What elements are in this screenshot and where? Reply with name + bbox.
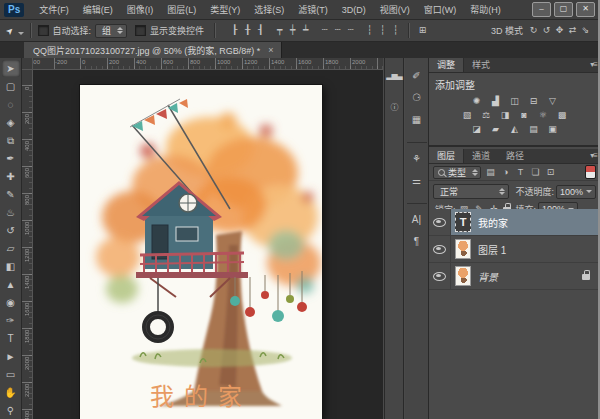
- vibrance-icon[interactable]: ▽: [545, 95, 560, 108]
- gradient-tool[interactable]: ◧: [2, 258, 20, 275]
- brightness-contrast-icon[interactable]: ✺: [469, 95, 484, 108]
- pen-tool[interactable]: ✑: [2, 312, 20, 329]
- crop-tool[interactable]: ⧉: [2, 132, 20, 149]
- layer-name[interactable]: 图层 1: [478, 242, 506, 257]
- layer-visibility-eye-icon[interactable]: [433, 218, 446, 227]
- distribute-vertical-icon[interactable]: ┄: [331, 24, 344, 37]
- horizontal-ruler[interactable]: -400-20002004006008001000120014001600180…: [33, 58, 383, 70]
- distribute-bottom-icon[interactable]: ┄: [344, 24, 357, 37]
- blend-mode-dropdown[interactable]: 正常: [433, 184, 509, 199]
- filter-type-layers-icon[interactable]: T: [514, 166, 527, 179]
- menu-item[interactable]: 3D(D): [335, 5, 373, 15]
- distribute-top-icon[interactable]: ┄: [318, 24, 331, 37]
- brush-tool[interactable]: ✎: [2, 186, 20, 203]
- opacity-value-box[interactable]: 100%: [556, 185, 596, 199]
- document-tab[interactable]: QQ图片20171023100727.jpg @ 50% (我的家, RGB/8…: [24, 42, 282, 58]
- layer-filter-toggle[interactable]: [585, 165, 596, 179]
- lasso-tool[interactable]: ◌: [2, 96, 20, 113]
- layer-name[interactable]: 背景: [478, 269, 498, 284]
- vertical-ruler[interactable]: 0200400600800100012001400160018002000220…: [22, 70, 33, 419]
- channel-mixer-icon[interactable]: ⚛: [536, 109, 551, 122]
- spot-healing-brush-tool[interactable]: ✚: [2, 168, 20, 185]
- gradient-map-icon[interactable]: ▤: [526, 123, 541, 136]
- ruler-origin-corner[interactable]: [22, 58, 33, 70]
- 3d-scale-icon[interactable]: ⇘: [579, 24, 592, 37]
- menu-item[interactable]: 图层(L): [160, 3, 203, 16]
- align-left-icon[interactable]: ┠: [228, 24, 241, 37]
- eyedropper-tool[interactable]: ✒: [2, 150, 20, 167]
- panel-tab[interactable]: 调整: [429, 58, 464, 72]
- layer-name[interactable]: 我的家: [478, 215, 508, 230]
- menu-item[interactable]: 选择(S): [247, 3, 291, 16]
- swatches-panel-icon[interactable]: ▦: [407, 112, 427, 143]
- paragraph-panel-icon[interactable]: ¶: [407, 234, 427, 250]
- black-white-icon[interactable]: ◨: [498, 109, 513, 122]
- panel-tab[interactable]: 路径: [498, 149, 532, 163]
- distribute-right-icon[interactable]: ┆: [389, 24, 402, 37]
- layer-row-body[interactable]: 图层 1: [451, 236, 600, 262]
- tool-preset-dropdown-icon[interactable]: [18, 32, 24, 35]
- dodge-tool[interactable]: ◉: [2, 294, 20, 311]
- quick-selection-tool[interactable]: ◈: [2, 114, 20, 131]
- menu-item[interactable]: 滤镜(T): [291, 3, 335, 16]
- menu-item[interactable]: 类型(Y): [203, 3, 247, 16]
- clone-stamp-tool[interactable]: ♨: [2, 204, 20, 221]
- auto-select-dropdown[interactable]: 组: [95, 24, 127, 38]
- invert-icon[interactable]: ◪: [469, 123, 484, 136]
- distribute-left-icon[interactable]: ┆: [363, 24, 376, 37]
- canvas[interactable]: 我的家: [80, 85, 322, 419]
- eraser-tool[interactable]: ▱: [2, 240, 20, 257]
- rectangular-marquee-tool[interactable]: ▢: [2, 78, 20, 95]
- layer-visibility-eye-icon[interactable]: [433, 245, 446, 254]
- distribute-horizontal-icon[interactable]: ┆: [376, 24, 389, 37]
- align-bottom-icon[interactable]: ┷: [299, 24, 312, 37]
- threshold-icon[interactable]: ◭: [507, 123, 522, 136]
- filter-pixel-layers-icon[interactable]: ▤: [484, 166, 497, 179]
- shape-tool[interactable]: ▭: [2, 366, 20, 383]
- histogram-panel-icon[interactable]: ▂▅▃: [384, 68, 404, 84]
- show-transform-checkbox[interactable]: [135, 25, 146, 36]
- layer-row[interactable]: T 我的家: [429, 209, 600, 236]
- 3d-slide-icon[interactable]: ⇄: [566, 24, 579, 37]
- panel-tab[interactable]: 通道: [464, 149, 498, 163]
- layer-visibility-eye-icon[interactable]: [433, 272, 446, 281]
- menu-item[interactable]: 文件(F): [32, 3, 76, 16]
- color-lookup-icon[interactable]: ▩: [555, 109, 570, 122]
- brush-presets-panel-icon[interactable]: ⚘: [407, 151, 427, 167]
- panel-tab[interactable]: 图层: [429, 149, 464, 163]
- hand-tool[interactable]: ✋: [2, 384, 20, 401]
- 3d-rotate-icon[interactable]: ↻: [527, 24, 540, 37]
- auto-align-icon[interactable]: ⊞: [416, 24, 429, 37]
- auto-select-checkbox[interactable]: [38, 25, 49, 36]
- curves-icon[interactable]: ◫: [507, 95, 522, 108]
- align-top-icon[interactable]: ┯: [273, 24, 286, 37]
- path-selection-tool[interactable]: ►: [2, 348, 20, 365]
- 3d-drag-icon[interactable]: ✥: [553, 24, 566, 37]
- move-tool[interactable]: ➤: [2, 60, 20, 77]
- posterize-icon[interactable]: ▰: [488, 123, 503, 136]
- info-panel-icon[interactable]: ⓘ: [384, 100, 404, 116]
- filter-adjustment-layers-icon[interactable]: ◑: [499, 166, 512, 179]
- panel-menu-icon[interactable]: ▾≡: [590, 60, 597, 69]
- maximize-button[interactable]: ▢: [554, 2, 573, 17]
- layer-filter-type-dropdown[interactable]: 类型: [433, 166, 481, 179]
- history-brush-tool[interactable]: ↺: [2, 222, 20, 239]
- photo-filter-icon[interactable]: ◙: [517, 109, 532, 122]
- panel-menu-icon[interactable]: ▾≡: [590, 151, 597, 160]
- color-panel-icon[interactable]: ⚆: [407, 90, 427, 106]
- blur-tool[interactable]: ▲: [2, 276, 20, 293]
- levels-icon[interactable]: ▟: [488, 95, 503, 108]
- align-center-horizontal-icon[interactable]: ╂: [241, 24, 254, 37]
- 3d-roll-icon[interactable]: ↺: [540, 24, 553, 37]
- layer-row[interactable]: 图层 1: [429, 236, 600, 263]
- selective-color-icon[interactable]: ▣: [545, 123, 560, 136]
- menu-item[interactable]: 窗口(W): [417, 3, 464, 16]
- pasteboard[interactable]: 我的家: [33, 70, 383, 419]
- brush-panel-icon[interactable]: ✐: [407, 68, 427, 84]
- menu-item[interactable]: 视图(V): [373, 3, 417, 16]
- document-tab-close-icon[interactable]: ×: [268, 45, 273, 55]
- type-tool[interactable]: T: [2, 330, 20, 347]
- hue-saturation-icon[interactable]: ▧: [460, 109, 475, 122]
- character-panel-icon[interactable]: A|: [407, 212, 427, 228]
- filter-smart-objects-icon[interactable]: ⊡: [544, 166, 557, 179]
